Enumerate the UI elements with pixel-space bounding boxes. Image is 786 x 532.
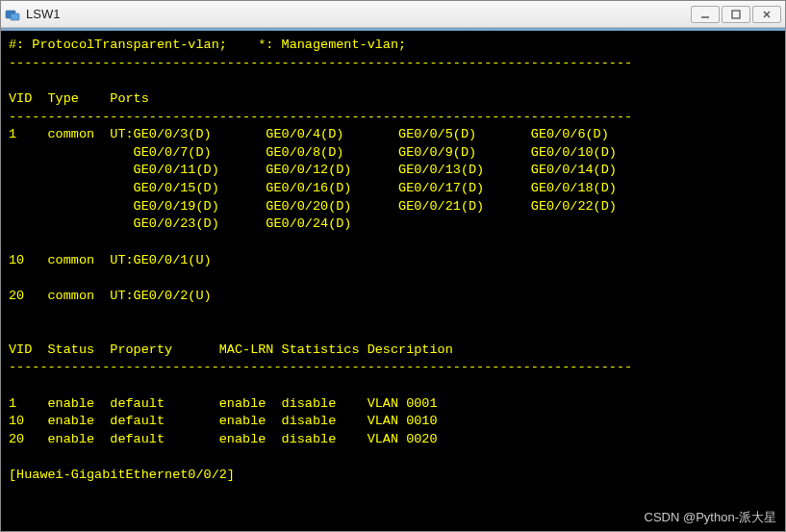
minimize-button[interactable]: [691, 6, 720, 23]
divider: ----------------------------------------…: [9, 360, 632, 374]
close-button[interactable]: [752, 6, 781, 23]
window-title: LSW1: [26, 7, 691, 21]
app-window: LSW1 #: ProtocolTransparent-vlan; *: Man…: [0, 0, 786, 532]
vlan-ports-block: 1 common UT:GE0/0/3(D) GE0/0/4(D) GE0/0/…: [9, 127, 617, 303]
maximize-button[interactable]: [722, 6, 750, 23]
divider: ----------------------------------------…: [9, 56, 632, 70]
watermark: CSDN @Python-派大星: [645, 509, 776, 526]
terminal-output[interactable]: #: ProtocolTransparent-vlan; *: Manageme…: [1, 28, 785, 531]
app-icon: [5, 7, 20, 22]
titlebar: LSW1: [1, 1, 785, 28]
ports-header: VID Type Ports: [9, 91, 149, 106]
svg-rect-3: [732, 11, 740, 18]
svg-rect-1: [11, 13, 19, 20]
window-controls: [691, 6, 781, 23]
vlan-status-block: 1 enable default enable disable VLAN 000…: [9, 396, 438, 446]
status-header: VID Status Property MAC-LRN Statistics D…: [9, 342, 453, 357]
prompt: [Huawei-GigabitEthernet0/0/2]: [9, 468, 235, 482]
divider: ----------------------------------------…: [9, 110, 632, 124]
legend-line: #: ProtocolTransparent-vlan; *: Manageme…: [9, 38, 406, 52]
